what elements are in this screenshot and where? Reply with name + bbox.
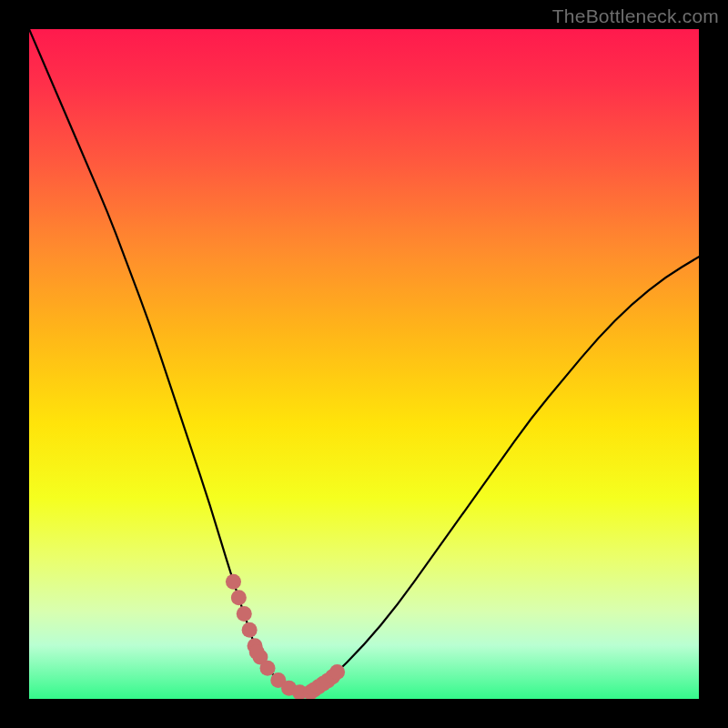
bottleneck-curve xyxy=(29,29,699,693)
marker-dot xyxy=(231,590,247,605)
chart-frame: TheBottleneck.com xyxy=(0,0,728,728)
bottleneck-curve-path xyxy=(29,29,699,693)
marker-dots xyxy=(226,574,345,699)
marker-dot xyxy=(260,661,276,676)
marker-dot xyxy=(329,664,345,680)
marker-dot xyxy=(242,622,258,638)
marker-dot xyxy=(226,574,241,590)
marker-dot xyxy=(237,606,252,622)
curve-layer xyxy=(29,29,699,699)
plot-area xyxy=(29,29,699,699)
watermark-text: TheBottleneck.com xyxy=(552,5,719,27)
marker-dot xyxy=(249,644,265,660)
